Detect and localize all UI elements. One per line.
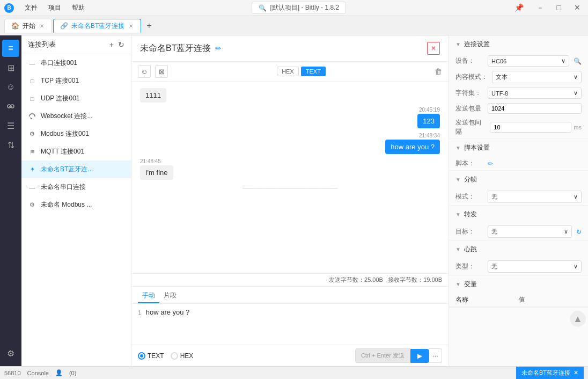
forward-refresh-button[interactable]: ↻ [576,228,582,236]
sidebar-add-button[interactable]: + [109,40,114,49]
section-header-variables[interactable]: ▼ 变量 [449,275,588,293]
sidebar-item-websocket001[interactable]: Websocket 连接... [21,107,131,125]
sidebar-item-udp001[interactable]: □ UDP 连接001 [21,90,131,107]
field-label-heartbeat-type: 类型： [455,262,483,271]
field-framing-mode: 模式： 无 ∨ [449,188,588,205]
section-title: 转发 [464,210,477,219]
minimize-button[interactable]: － [533,2,547,14]
chevron-down-icon: ▼ [455,212,461,217]
menu-project[interactable]: 项目 [46,2,63,13]
sidebar-item-label: 未命名BT蓝牙连... [41,165,93,174]
tab-bt[interactable]: 🔗 未命名BT蓝牙连接 ✕ [53,19,141,33]
tab-add-button[interactable]: + [142,19,156,33]
hex-toggle-button[interactable]: HEX [277,67,299,76]
framing-mode-select[interactable]: 无 ∨ [488,191,582,203]
section-header-script[interactable]: ▼ 脚本设置 [449,139,588,157]
chevron-down-icon: ▼ [455,281,461,287]
main-layout: ≡ ⊞ ☺ ☰ ⇅ ⚙ 连接列表 + ↻ — 串口连接001 □ TCP 连接0… [0,35,588,366]
udp-icon: □ [28,94,36,103]
section-header-connection[interactable]: ▼ 连接设置 [449,35,588,53]
text-toggle-button[interactable]: TEXT [301,67,326,76]
chevron-down-icon: ∨ [574,263,578,270]
forward-target-select[interactable]: 无 ∨ [488,225,572,238]
icon-panel-grid[interactable]: ⊞ [2,59,19,76]
section-header-heartbeat[interactable]: ▼ 心跳 [449,240,588,258]
radio-hex[interactable]: HEX [171,352,194,360]
edit-script-button[interactable]: ✏ [488,160,493,167]
field-heartbeat-type: 类型： 无 ∨ [449,258,588,275]
message-item: 1111 [140,88,166,103]
field-value-framing-mode: 无 ∨ [488,191,582,203]
disconnect-button[interactable]: ✕ [427,42,440,55]
message-separator: ───────────────────────── [140,184,440,192]
sidebar-item-mqtt001[interactable]: ≋ MQTT 连接001 [21,143,131,161]
tab-bt-close[interactable]: ✕ [128,23,134,29]
sidebar-item-modbus001[interactable]: ⚙ Modbus 连接001 [21,125,131,143]
search-icon: 🔍 [259,4,267,12]
send-button-group: Ctrl + Enter 发送 ▶ ··· [355,348,442,363]
connection-label: 未命名BT蓝牙连接 [521,369,570,377]
page-title: 未命名BT蓝牙连接 [140,43,211,54]
sidebar-item-bt001[interactable]: ✦ 未命名BT蓝牙连... [21,161,131,178]
sidebar-item-label: Websocket 连接... [41,112,92,121]
sidebar-item-tcp001[interactable]: □ TCP 连接001 [21,72,131,90]
send-more-button[interactable]: ··· [429,348,442,363]
tab-manual[interactable]: 手动 [138,289,159,303]
search-icon[interactable]: 🔍 [574,57,582,65]
console-button[interactable]: Console [27,370,49,376]
field-label-content-mode: 内容模式： [455,72,488,82]
chevron-down-icon: ▼ [455,145,461,151]
max-packet-input[interactable] [488,103,582,114]
input-area: 1 how are you ? [131,304,449,345]
clear-messages-button[interactable]: 🗑 [435,67,442,76]
sidebar-item-modbus-unnamed[interactable]: ⚙ 未命名 Modbus ... [21,196,131,214]
heartbeat-type-select[interactable]: 无 ∨ [488,260,582,273]
icon-panel-transfer[interactable]: ⇅ [2,136,19,154]
mqtt-icon: ≋ [28,148,36,156]
edit-title-button[interactable]: ✏ [215,44,222,53]
statusbar-close-button[interactable]: ✕ [574,369,578,376]
variables-col-name: 名称 [455,295,519,304]
field-label-script: 脚本： [455,159,483,168]
section-header-framing[interactable]: ▼ 分帧 [449,171,588,188]
section-variables: ▼ 变量 名称 值 [449,275,588,308]
close-window-button[interactable]: ✕ [571,2,584,14]
tab-snippet[interactable]: 片段 [159,289,181,303]
sidebar: 连接列表 + ↻ — 串口连接001 □ TCP 连接001 □ UDP 连接0… [21,35,131,366]
message-input[interactable]: how are you ? [146,308,442,340]
section-header-forward[interactable]: ▼ 转发 [449,206,588,223]
emoji-button[interactable]: ☺ [138,65,151,78]
icon-panel-settings[interactable]: ⚙ [2,345,19,362]
encoding-radio-group: TEXT HEX [138,352,193,360]
pin-button[interactable]: 📌 [511,2,527,14]
send-button[interactable]: ▶ [410,349,429,363]
device-select[interactable]: HC06 ∨ [488,55,569,67]
chevron-down-icon: ▼ [455,246,461,252]
sidebar-title: 连接列表 [28,40,56,49]
menu-file[interactable]: 文件 [23,2,40,13]
packet-interval-input[interactable] [490,122,571,133]
maximize-button[interactable]: □ [554,2,564,14]
menu-help[interactable]: 帮助 [70,2,87,13]
sidebar-item-serial001[interactable]: — 串口连接001 [21,54,131,72]
content-mode-select[interactable]: 文本 ∨ [492,71,582,83]
icon-panel-emoji[interactable]: ☺ [2,78,19,96]
send-stats-value: 25.00B [364,276,383,283]
radio-text[interactable]: TEXT [138,352,164,360]
messages-container: 1111 20:45:19 123 21:48:34 how are you ?… [131,82,449,273]
tab-home[interactable]: 🏠 开始 ✕ [4,19,52,33]
icon-panel-connections[interactable]: ≡ [2,40,19,57]
message-item: 20:45:19 123 [417,107,440,128]
icon-panel-link[interactable] [2,98,19,115]
field-value-heartbeat-type: 无 ∨ [488,260,582,273]
charset-select[interactable]: UTF-8 ∨ [488,88,582,99]
tab-bt-label: 未命名BT蓝牙连接 [71,21,124,31]
chevron-down-icon: ▼ [455,177,461,183]
image-button[interactable]: ⊠ [155,65,168,78]
sidebar-refresh-button[interactable]: ↻ [118,40,124,49]
message-bubble: I'm fine [140,165,173,180]
tab-home-close[interactable]: ✕ [39,23,45,29]
icon-panel-list[interactable]: ☰ [2,117,19,134]
sidebar-item-serial-unnamed[interactable]: — 未命名串口连接 [21,178,131,196]
scroll-up-button[interactable]: ▲ [570,311,586,327]
